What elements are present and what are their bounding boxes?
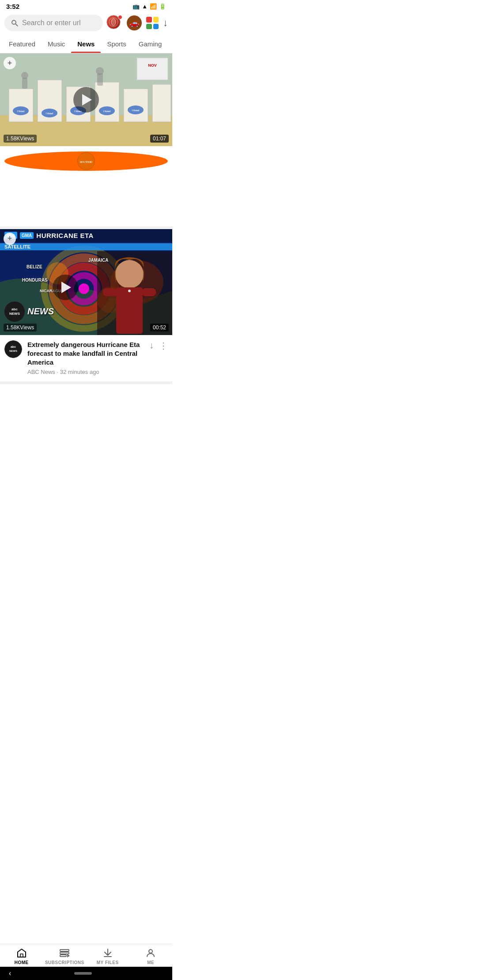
opera-icon[interactable] (106, 15, 122, 31)
tab-apps[interactable]: Apps (168, 35, 172, 53)
satellite-bar: SATELLITE (0, 243, 172, 250)
svg-point-39 (115, 260, 144, 288)
video-card-2: abc GMA HURRICANE ETA SATELLITE BELIZE H… (0, 229, 172, 384)
play-triangle-2 (61, 282, 71, 293)
apps-dot-1 (146, 17, 152, 23)
svg-rect-41 (103, 288, 117, 296)
svg-text:NEWS: NEWS (9, 350, 17, 352)
search-icon (11, 19, 19, 27)
battery-icon: 🔋 (159, 3, 166, 10)
location-belize: BELIZE (26, 264, 42, 269)
thumb-voting-bg: I Voted I Voted I Voted I Voted I Voted (0, 53, 172, 146)
abc-news-overlay: abcNEWS NEWS (4, 302, 54, 322)
tabs-row: Featured Music News Sports Gaming Apps (0, 35, 172, 53)
video-title-2: Extremely dangerous Hurricane Eta foreca… (27, 340, 144, 367)
svg-text:NOV: NOV (148, 63, 157, 68)
svg-line-1 (15, 24, 18, 26)
abc-news-text: NEWS (27, 306, 54, 317)
svg-rect-26 (137, 58, 168, 80)
location-honduras: HONDURAS (22, 278, 48, 283)
video-sub-2: ABC News · 32 minutes ago (27, 369, 144, 375)
tab-featured[interactable]: Featured (3, 35, 42, 53)
svg-point-25 (96, 67, 104, 75)
video-thumb-2[interactable]: abc GMA HURRICANE ETA SATELLITE BELIZE H… (0, 229, 172, 335)
avatar[interactable]: 🚗 (127, 15, 142, 30)
apps-dot-3 (146, 24, 152, 30)
thumb-hurricane-bg: abc GMA HURRICANE ETA SATELLITE BELIZE H… (0, 229, 172, 335)
status-time: 3:52 (6, 3, 19, 10)
svg-rect-10 (124, 89, 148, 122)
more-btn-2[interactable]: ⋮ (159, 340, 168, 351)
views-badge-2: 1.58KViews (4, 324, 37, 332)
gma-label-2: GMA (20, 232, 34, 239)
tab-music[interactable]: Music (42, 35, 71, 53)
search-placeholder: Search or enter url (22, 19, 81, 27)
header-icons: 🚗 ↓ (106, 15, 168, 31)
tab-news[interactable]: News (71, 35, 101, 53)
svg-rect-40 (116, 287, 143, 334)
reuters-logo: REUTERS (4, 151, 168, 171)
add-to-queue-btn-2[interactable]: + (4, 233, 16, 245)
svg-point-3 (111, 19, 116, 26)
play-triangle-1 (82, 94, 92, 106)
add-to-queue-btn-1[interactable]: + (4, 57, 16, 69)
status-bar: 3:52 📺 ▲ 📶 🔋 (0, 0, 172, 12)
svg-rect-24 (97, 73, 103, 86)
svg-text:I Voted: I Voted (46, 112, 53, 115)
search-bar-row: Search or enter url 🚗 ↓ (0, 12, 172, 35)
svg-point-43 (128, 290, 131, 292)
svg-rect-42 (142, 288, 156, 296)
search-bar[interactable]: Search or enter url (4, 15, 103, 31)
video-meta-2: abc NEWS Extremely dangerous Hurricane E… (0, 335, 172, 384)
svg-rect-22 (22, 78, 27, 89)
duration-badge-1: 01:07 (150, 135, 169, 143)
download-icon[interactable]: ↓ (163, 17, 168, 29)
video-thumb-1[interactable]: I Voted I Voted I Voted I Voted I Voted (0, 53, 172, 146)
avatar-image: 🚗 (129, 18, 139, 28)
tab-sports[interactable]: Sports (101, 35, 132, 53)
signal-icon: 📶 (150, 3, 157, 10)
apps-icon[interactable] (146, 17, 159, 29)
meta-text-2: Extremely dangerous Hurricane Eta foreca… (27, 340, 144, 376)
play-btn-2[interactable] (53, 275, 78, 300)
svg-rect-11 (152, 84, 171, 122)
apps-dot-2 (153, 17, 159, 23)
svg-text:I Voted: I Voted (103, 110, 110, 113)
hurricane-headline: HURRICANE ETA (36, 232, 94, 239)
wifi-icon: ▲ (142, 3, 148, 10)
svg-text:REUTERS: REUTERS (80, 160, 92, 164)
apps-dot-4 (153, 24, 159, 30)
video-meta-1: REUTERS Americans begin casting Election… (0, 146, 172, 229)
meta-actions-2: ↓ ⋮ (149, 340, 168, 351)
reporter-area (86, 251, 172, 335)
gma-bar: abc GMA HURRICANE ETA (0, 229, 172, 242)
svg-text:I Voted: I Voted (132, 109, 139, 112)
status-icons: 📺 ▲ 📶 🔋 (132, 3, 166, 10)
svg-point-23 (21, 72, 28, 79)
duration-badge-2: 00:52 (150, 324, 169, 332)
main-content: I Voted I Voted I Voted I Voted I Voted (0, 53, 172, 428)
svg-rect-6 (9, 89, 33, 122)
cast-icon: 📺 (132, 3, 140, 10)
notification-dot (118, 15, 122, 19)
play-btn-1[interactable] (73, 87, 99, 113)
abc-news-circle: abcNEWS (4, 302, 25, 322)
abc-logo: abc NEWS (4, 340, 22, 358)
svg-point-44 (7, 343, 20, 356)
download-btn-2[interactable]: ↓ (149, 340, 154, 351)
tab-gaming[interactable]: Gaming (132, 35, 168, 53)
svg-text:abc: abc (11, 345, 16, 348)
svg-text:I Voted: I Voted (17, 110, 24, 113)
video-card-1: I Voted I Voted I Voted I Voted I Voted (0, 53, 172, 229)
views-badge-1: 1.58KViews (4, 135, 37, 143)
